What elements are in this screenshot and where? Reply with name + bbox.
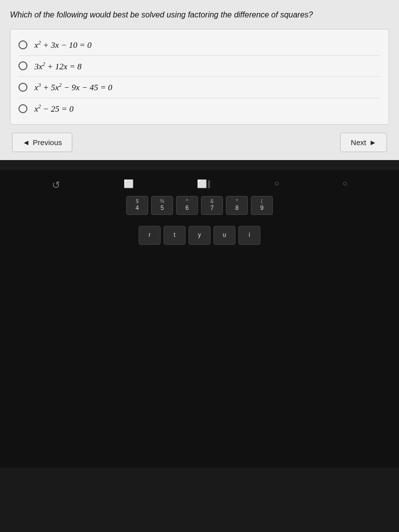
radio-a[interactable] <box>18 40 27 49</box>
key-t[interactable]: t <box>164 226 186 245</box>
key-6[interactable]: ^ 6 <box>176 196 198 215</box>
key-i[interactable]: i <box>238 226 260 245</box>
option-label-b: 3x2 + 12x = 8 <box>34 61 82 72</box>
keyboard-letter-row: r t y u i <box>139 226 260 245</box>
keyboard-icon-row: ↺ ⬜ ⬜∥ ○ ○ <box>15 175 384 193</box>
key-5[interactable]: % 5 <box>151 196 173 215</box>
option-label-a: x2 + 3x − 10 = 0 <box>34 39 92 50</box>
radio-d[interactable] <box>18 104 27 113</box>
key-screen-icon: ⬜ <box>124 179 134 191</box>
radio-c[interactable] <box>18 83 27 92</box>
previous-label: Previous <box>33 138 62 147</box>
key-multiwindow-icon: ⬜∥ <box>197 179 211 191</box>
keyboard-number-row: $ 4 % 5 ^ 6 & 7 * 8 ( 9 <box>126 196 273 215</box>
previous-arrow-icon: ◄ <box>22 138 30 147</box>
bezel-top <box>0 160 399 170</box>
previous-button[interactable]: ◄ Previous <box>12 133 72 152</box>
option-label-c: x3 + 5x2 − 9x − 45 = 0 <box>34 82 112 93</box>
key-r[interactable]: r <box>139 226 161 245</box>
next-button[interactable]: Next ► <box>340 133 387 152</box>
key-7[interactable]: & 7 <box>201 196 223 215</box>
keyboard-area: ↺ ⬜ ⬜∥ ○ ○ $ 4 % 5 ^ 6 & 7 * 8 ( 9 <box>0 170 399 468</box>
option-row-d[interactable]: x2 − 25 = 0 <box>18 98 381 119</box>
key-y[interactable]: y <box>189 226 210 245</box>
options-container: x2 + 3x − 10 = 0 3x2 + 12x = 8 x3 + 5x2 … <box>10 29 389 125</box>
option-row-b[interactable]: 3x2 + 12x = 8 <box>18 56 381 77</box>
option-label-d: x2 − 25 = 0 <box>34 103 74 114</box>
key-4[interactable]: $ 4 <box>126 196 148 215</box>
question-text: Which of the following would best be sol… <box>10 9 389 21</box>
navigation-row: ◄ Previous Next ► <box>10 133 389 152</box>
key-circle2-icon: ○ <box>343 179 348 191</box>
key-u[interactable]: u <box>213 226 235 245</box>
key-9[interactable]: ( 9 <box>251 196 273 215</box>
option-row-a[interactable]: x2 + 3x − 10 = 0 <box>18 34 381 56</box>
next-arrow-icon: ► <box>369 138 377 147</box>
key-circle1-icon: ○ <box>274 179 279 191</box>
key-8[interactable]: * 8 <box>226 196 248 215</box>
screen-content: Which of the following would best be sol… <box>0 0 399 160</box>
key-refresh-icon: ↺ <box>52 179 60 191</box>
next-label: Next <box>351 138 366 147</box>
option-row-c[interactable]: x3 + 5x2 − 9x − 45 = 0 <box>18 77 381 98</box>
radio-b[interactable] <box>18 61 27 70</box>
